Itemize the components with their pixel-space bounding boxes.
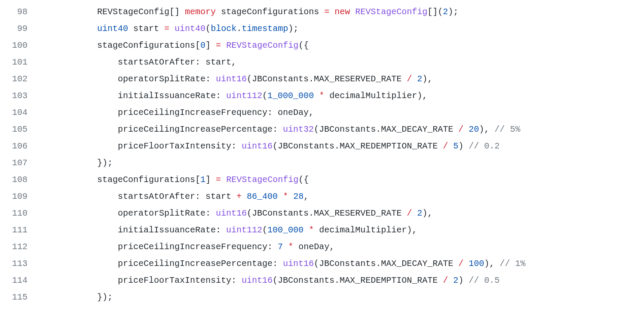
token-pl: (JBConstants.MAX_REDEMPTION_RATE — [273, 141, 443, 151]
token-op: = — [324, 7, 329, 17]
token-op: / — [458, 259, 463, 269]
code-block: 9899100101102103104105106107108109110111… — [0, 0, 644, 309]
code-line[interactable]: priceFloorTaxIntensity: uint16(JBConstan… — [35, 272, 644, 289]
token-pl: startsAtOrAfter: start — [118, 192, 236, 201]
token-pl: ({ — [298, 40, 309, 50]
token-op: / — [443, 141, 448, 151]
token-pl: operatorSplitRate: — [118, 208, 216, 218]
token-kw-blue: 2 — [417, 208, 422, 218]
token-op: / — [407, 208, 412, 218]
code-line[interactable]: REVStageConfig[] memory stageConfigurati… — [35, 3, 644, 20]
token-fn: uint16 — [216, 208, 247, 218]
token-fn: uint112 — [226, 225, 262, 235]
code-line[interactable]: stageConfigurations[1] = REVStageConfig(… — [35, 171, 644, 188]
token-pl: priceFloorTaxIntensity: — [118, 141, 242, 151]
token-kw-blue: block — [211, 24, 236, 34]
token-pl: initialIssuanceRate: — [118, 225, 226, 235]
code-line[interactable]: priceCeilingIncreasePercentage: uint32(J… — [35, 121, 644, 138]
token-op: * — [319, 91, 324, 101]
token-pl: oneDay, — [293, 242, 334, 252]
token-pl — [221, 40, 226, 50]
code-line[interactable]: stageConfigurations[0] = REVStageConfig(… — [35, 37, 644, 54]
code-line[interactable]: priceCeilingIncreasePercentage: uint16(J… — [35, 255, 644, 272]
token-op: = — [164, 24, 169, 34]
token-pl: (JBConstants.MAX_REDEMPTION_RATE — [273, 275, 443, 285]
token-fn: uint32 — [283, 124, 314, 134]
token-kw-blue: 100 — [469, 259, 484, 269]
token-fn: uint16 — [242, 141, 273, 151]
token-pl: (JBConstants.MAX_RESERVED_RATE — [247, 208, 407, 218]
token-pl: (JBConstants.MAX_DECAY_RATE — [314, 124, 458, 134]
token-pl: ( — [262, 225, 267, 235]
line-number: 99 — [0, 20, 28, 37]
token-pl — [304, 225, 309, 235]
token-fn: uint16 — [216, 74, 247, 84]
code-line[interactable]: startsAtOrAfter: start, — [35, 54, 644, 71]
token-pl — [448, 141, 453, 151]
token-pl: stageConfigurations[ — [97, 40, 200, 50]
token-pl: initialIssuanceRate: — [118, 91, 226, 101]
token-pl: priceCeilingIncreaseFrequency: — [118, 242, 278, 252]
token-pl: decimalMultiplier), — [324, 91, 427, 101]
code-line[interactable]: priceFloorTaxIntensity: uint16(JBConstan… — [35, 138, 644, 154]
token-cm: // 0.5 — [469, 275, 500, 285]
line-number: 101 — [0, 54, 28, 71]
token-op: / — [443, 275, 448, 285]
code-line[interactable]: operatorSplitRate: uint16(JBConstants.MA… — [35, 205, 644, 222]
token-kw-blue: uint40 — [97, 24, 128, 34]
token-pl — [169, 24, 175, 34]
token-fn: REVStageConfig — [226, 40, 298, 50]
token-op: / — [458, 124, 463, 134]
code-line[interactable]: operatorSplitRate: uint16(JBConstants.MA… — [35, 71, 644, 87]
token-pl: ); — [288, 24, 298, 34]
token-pl: (JBConstants.MAX_RESERVED_RATE — [247, 74, 407, 84]
line-number: 106 — [0, 138, 28, 154]
line-number: 103 — [0, 87, 28, 104]
token-op: / — [407, 74, 412, 84]
token-pl: ); — [448, 7, 458, 17]
line-number: 98 — [0, 3, 28, 20]
code-line[interactable]: uint40 start = uint40(block.timestamp); — [35, 20, 644, 37]
code-content[interactable]: REVStageConfig[] memory stageConfigurati… — [35, 3, 644, 306]
token-pl: ), — [422, 208, 432, 218]
token-fn: uint40 — [175, 24, 205, 34]
token-cm: // 1% — [500, 259, 525, 269]
token-pl — [242, 192, 247, 201]
token-pl: []( — [427, 7, 443, 17]
token-fn: uint16 — [242, 275, 273, 285]
token-pl: . — [236, 24, 242, 34]
line-number: 112 — [0, 238, 28, 255]
token-pl: REVStageConfig[] — [97, 7, 185, 17]
code-line[interactable]: priceCeilingIncreaseFrequency: 7 * oneDa… — [35, 238, 644, 255]
line-number: 100 — [0, 37, 28, 54]
line-number: 109 — [0, 188, 28, 205]
token-kw-blue: 86_400 — [247, 192, 278, 201]
token-kw-blue: 28 — [293, 192, 304, 201]
token-pl: ( — [205, 24, 211, 34]
code-line[interactable]: }); — [35, 154, 644, 171]
token-pl: stageConfigurations[ — [97, 175, 200, 185]
code-line[interactable]: initialIssuanceRate: uint112(1_000_000 *… — [35, 87, 644, 104]
token-pl: ( — [262, 91, 267, 101]
token-fn: uint112 — [226, 91, 262, 101]
line-number: 102 — [0, 71, 28, 87]
line-number: 107 — [0, 154, 28, 171]
token-pl: decimalMultiplier), — [314, 225, 417, 235]
code-line[interactable]: priceCeilingIncreaseFrequency: oneDay, — [35, 104, 644, 121]
token-pl: ) — [458, 141, 469, 151]
code-line[interactable]: startsAtOrAfter: start + 86_400 * 28, — [35, 188, 644, 205]
code-line[interactable]: }); — [35, 289, 644, 306]
token-pl: , — [304, 192, 309, 201]
code-line[interactable]: initialIssuanceRate: uint112(100_000 * d… — [35, 222, 644, 238]
line-number: 111 — [0, 222, 28, 238]
token-pl: }); — [97, 158, 113, 168]
token-pl: priceCeilingIncreasePercentage: — [118, 124, 283, 134]
token-kw-blue: 5 — [453, 141, 458, 151]
token-kw-blue: 1_000_000 — [267, 91, 314, 101]
token-kw-blue: 0 — [200, 40, 205, 50]
token-pl: }); — [97, 292, 113, 302]
line-number: 114 — [0, 272, 28, 289]
line-number: 113 — [0, 255, 28, 272]
token-pl: ({ — [298, 175, 309, 185]
token-pl — [283, 242, 288, 252]
